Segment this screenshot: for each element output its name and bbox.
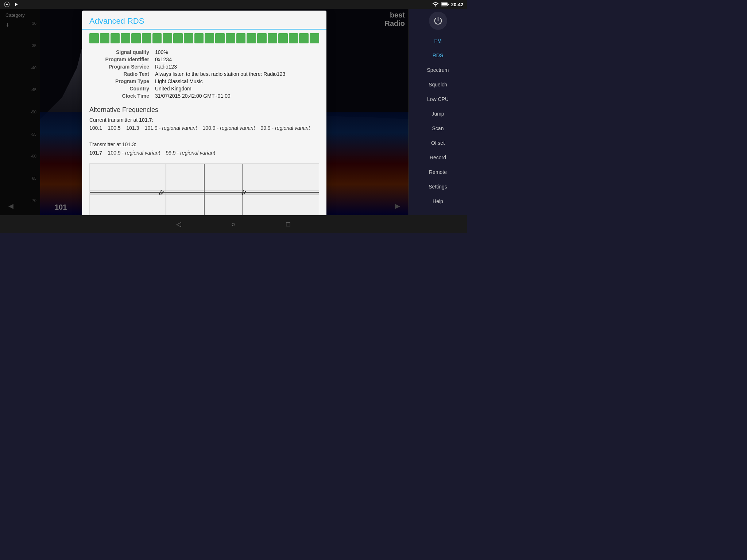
status-bar: 20:42 xyxy=(0,0,467,9)
info-value-country: United Kingdom xyxy=(155,86,319,92)
sidebar-item-spectrum[interactable]: Spectrum xyxy=(413,63,464,77)
sidebar-item-record[interactable]: Record xyxy=(413,151,464,164)
sidebar-item-lowcpu[interactable]: Low CPU xyxy=(413,93,464,106)
info-label-clock: Clock Time xyxy=(89,93,155,99)
info-value-signal: 100% xyxy=(155,49,319,55)
dialog-overlay: Advanced RDS xyxy=(0,9,409,215)
signal-bar xyxy=(100,33,109,43)
signal-bar xyxy=(236,33,246,43)
info-row-pid: Program Identifier 0x1234 xyxy=(89,56,319,63)
info-label-rt: Radio Text xyxy=(89,71,155,77)
status-left xyxy=(4,1,19,8)
signal-bar xyxy=(205,33,214,43)
svg-rect-3 xyxy=(441,3,447,5)
signal-bar xyxy=(310,33,319,43)
info-row-rt: Radio Text Always listen to the best rad… xyxy=(89,70,319,78)
sidebar-item-rds[interactable]: RDS xyxy=(413,49,464,62)
current-transmitter-label: Current transmitter at 101.7: xyxy=(89,116,319,124)
signal-bar xyxy=(289,33,298,43)
battery-icon xyxy=(441,2,449,7)
signal-bar xyxy=(268,33,277,43)
svg-point-28 xyxy=(243,191,244,192)
sidebar-item-fm[interactable]: FM xyxy=(413,34,464,47)
svg-rect-2 xyxy=(448,4,449,5)
svg-point-30 xyxy=(243,192,244,193)
signal-bar xyxy=(194,33,204,43)
nav-recent-button[interactable]: □ xyxy=(283,219,294,230)
info-row-signal: Signal quality 100% xyxy=(89,48,319,56)
svg-point-24 xyxy=(245,191,246,192)
wifi-icon xyxy=(432,1,439,8)
alt-freq-content: Current transmitter at 101.7: 100.1 100.… xyxy=(82,115,326,160)
info-value-clock: 31/07/2015 20:42:00 GMT+01:00 xyxy=(155,93,319,99)
dialog-header: Advanced RDS xyxy=(82,11,326,30)
freq-list-1: 100.1 100.5 101.3 101.9 - regional varia… xyxy=(89,124,319,132)
sidebar-item-settings[interactable]: Settings xyxy=(413,180,464,193)
sidebar-item-offset[interactable]: Offset xyxy=(413,136,464,149)
dialog-title: Advanced RDS xyxy=(89,16,319,26)
constellation-diagram xyxy=(89,163,319,222)
signal-bar xyxy=(152,33,162,43)
info-label-signal: Signal quality xyxy=(89,49,155,55)
signal-bar xyxy=(89,33,99,43)
sidebar-item-scan[interactable]: Scan xyxy=(413,122,464,135)
info-row-ps: Program Service Radio123 xyxy=(89,63,319,70)
info-value-pid: 0x1234 xyxy=(155,57,319,62)
navigation-bar: ◁ ○ □ xyxy=(0,215,467,233)
play-icon xyxy=(13,1,19,7)
signal-bar xyxy=(257,33,267,43)
signal-bar xyxy=(247,33,256,43)
signal-bar xyxy=(173,33,183,43)
svg-point-14 xyxy=(163,191,164,192)
svg-point-29 xyxy=(243,193,244,194)
freq-list-2: 101.7 100.9 - regional variant 99.9 - re… xyxy=(89,149,319,157)
advanced-rds-dialog: Advanced RDS xyxy=(82,11,326,226)
info-label-pid: Program Identifier xyxy=(89,57,155,62)
signal-bar xyxy=(226,33,235,43)
sidebar-item-help[interactable]: Help xyxy=(413,195,464,208)
sidebar-item-jump[interactable]: Jump xyxy=(413,107,464,120)
signal-bar xyxy=(278,33,288,43)
info-row-country: Country United Kingdom xyxy=(89,85,319,92)
signal-bar xyxy=(184,33,193,43)
signal-bar-container xyxy=(82,30,326,47)
info-label-ps: Program Service xyxy=(89,64,155,70)
signal-bar xyxy=(142,33,151,43)
info-value-pt: Light Classical Music xyxy=(155,78,319,84)
info-row-clock: Clock Time 31/07/2015 20:42:00 GMT+01:00 xyxy=(89,92,319,100)
signal-bar xyxy=(121,33,130,43)
svg-point-0 xyxy=(6,4,8,5)
svg-point-18 xyxy=(160,191,162,192)
svg-point-19 xyxy=(161,193,162,194)
svg-point-17 xyxy=(162,192,163,193)
power-button[interactable] xyxy=(429,12,447,30)
svg-point-16 xyxy=(159,194,160,195)
signal-bar xyxy=(111,33,120,43)
info-table: Signal quality 100% Program Identifier 0… xyxy=(82,47,326,103)
transmitter-2-label: Transmitter at 101.3: xyxy=(89,140,319,148)
right-sidebar: FM RDS Spectrum Squelch Low CPU Jump Sca… xyxy=(409,9,467,215)
sidebar-item-remote[interactable]: Remote xyxy=(413,166,464,179)
info-row-pt: Program Type Light Classical Music xyxy=(89,78,319,85)
info-label-country: Country xyxy=(89,86,155,92)
info-label-pt: Program Type xyxy=(89,78,155,84)
signal-bar xyxy=(163,33,172,43)
nav-back-button[interactable]: ◁ xyxy=(173,219,184,230)
signal-bar xyxy=(299,33,309,43)
status-time: 20:42 xyxy=(451,2,463,7)
info-value-ps: Radio123 xyxy=(155,64,319,70)
sidebar-item-squelch[interactable]: Squelch xyxy=(413,78,464,91)
svg-point-26 xyxy=(242,194,243,195)
status-right: 20:42 xyxy=(432,1,463,8)
svg-point-27 xyxy=(244,192,245,193)
signal-bar xyxy=(215,33,225,43)
info-value-rt: Always listen to the best radio station … xyxy=(155,71,319,77)
alt-freq-title: Alternative Frequencies xyxy=(82,103,326,115)
svg-point-20 xyxy=(160,192,161,193)
signal-bar xyxy=(131,33,141,43)
nav-home-button[interactable]: ○ xyxy=(228,219,239,230)
radio-icon xyxy=(4,1,10,8)
